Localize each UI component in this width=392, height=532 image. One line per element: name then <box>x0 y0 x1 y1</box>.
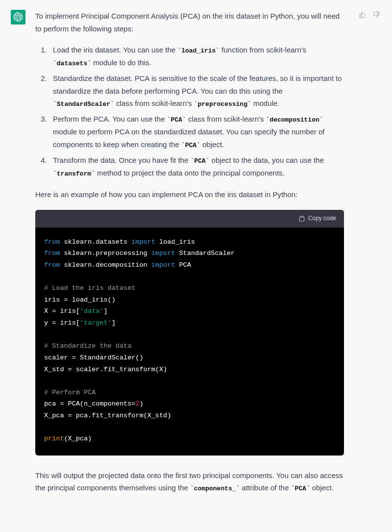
code-block: Copy code from sklearn.datasets import l… <box>35 210 344 456</box>
step-item-1: Load the iris dataset. You can use the `… <box>49 44 344 69</box>
inline-code: `StandardScaler` <box>53 101 114 108</box>
assistant-message: To implement Principal Component Analysi… <box>0 0 392 516</box>
clipboard-icon <box>298 215 305 222</box>
step-item-2: Standardize the dataset. PCA is sensitiv… <box>49 72 344 110</box>
step-item-4: Transform the data. Once you have fit th… <box>49 154 344 179</box>
inline-code: `PCA` <box>291 485 310 492</box>
outro-paragraph: This will output the projected data onto… <box>35 469 344 495</box>
inline-code: `components_` <box>190 485 240 492</box>
thumbs-up-button[interactable] <box>358 10 368 20</box>
step-item-3: Perform the PCA. You can use the `PCA` c… <box>49 113 344 151</box>
intro-paragraph: To implement Principal Component Analysi… <box>35 10 344 35</box>
inline-code: `preprocessing` <box>194 101 251 108</box>
assistant-avatar <box>11 10 25 25</box>
code-header: Copy code <box>35 210 344 228</box>
thumbs-up-icon <box>359 11 367 19</box>
inline-code: `PCA` <box>181 142 200 149</box>
steps-list: Load the iris dataset. You can use the `… <box>35 44 344 179</box>
copy-code-label: Copy code <box>308 213 336 223</box>
inline-code: `datasets` <box>53 60 91 67</box>
thumbs-down-button[interactable] <box>371 10 381 20</box>
inline-code: `PCA` <box>190 157 209 165</box>
thumbs-down-icon <box>372 11 380 19</box>
inline-code: `decomposition` <box>266 116 323 124</box>
code-content: from sklearn.datasets import load_iris f… <box>35 228 344 456</box>
inline-code: `load_iris` <box>177 47 220 54</box>
inline-code: `transform` <box>53 170 95 177</box>
feedback-buttons <box>358 10 381 504</box>
message-content: To implement Principal Component Analysi… <box>35 10 344 504</box>
openai-logo-icon <box>13 12 23 22</box>
example-intro: Here is an example of how you can implem… <box>35 188 344 201</box>
svg-rect-0 <box>300 216 303 217</box>
copy-code-button[interactable]: Copy code <box>298 213 336 223</box>
inline-code: `PCA` <box>167 116 186 124</box>
